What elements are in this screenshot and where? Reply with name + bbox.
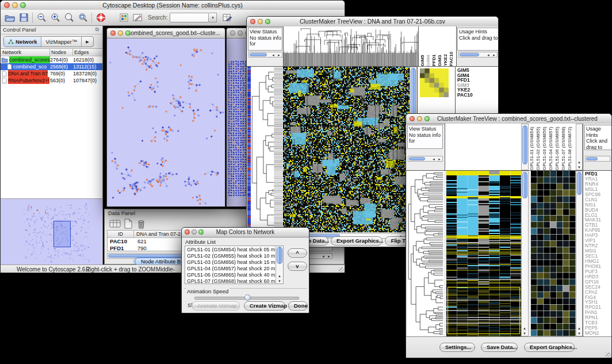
scroll-left-icon[interactable]: ◂ — [485, 53, 491, 58]
export-graphics-button[interactable]: Export Graphics... — [331, 236, 382, 246]
dna-top-right-hscrollbar[interactable]: ◂ ▸ — [458, 52, 498, 58]
tab-network[interactable]: Network — [4, 37, 41, 47]
gene-list[interactable]: PFD1YRA1RNR4MSL1SPC98CLN1NIS1BUD4ELG1MAK… — [583, 171, 612, 336]
open-file-button[interactable] — [3, 11, 17, 25]
column-label[interactable]: GPL51-03 (GSM856) — [542, 124, 548, 170]
column-label[interactable]: GPL51-01 (GSM854) — [529, 124, 536, 170]
column-label[interactable]: GIM4 — [426, 26, 431, 66]
overview-viewport-rect[interactable] — [53, 221, 71, 247]
heatmap-canvas[interactable] — [283, 67, 410, 232]
tv2-heatmap-vscrollbar[interactable]: ▴ ▾ — [521, 171, 529, 336]
column-label[interactable]: GIM3 — [437, 26, 443, 66]
col-header-nodes[interactable]: Nodes — [50, 49, 73, 56]
attribute-list-item[interactable]: GPL51-06 (GSM865) heat shock 40 min — [185, 272, 283, 278]
search-dropdown-arrow[interactable]: ▾ — [209, 13, 217, 22]
minimize-icon[interactable] — [238, 30, 243, 36]
dna-column-labels[interactable]: GIM5GIM4PFD1GIM3YKE2PAC10 — [418, 26, 456, 66]
tab-overflow-arrow[interactable]: ▶ — [82, 37, 93, 47]
slider-thumb[interactable] — [244, 294, 251, 301]
vizmapper-icon[interactable] — [117, 11, 131, 25]
dna-top-left-hscrollbar[interactable]: ◂ ▸ — [248, 52, 282, 58]
column-label[interactable]: YKE2 — [443, 26, 449, 66]
float-panel-icon[interactable]: ⧉ — [95, 26, 99, 33]
tv2-zoom-vscrollbar[interactable]: ▴ ▾ — [576, 171, 583, 336]
zoom-view-canvas[interactable] — [531, 171, 576, 336]
scrollbar-thumb[interactable] — [277, 247, 282, 264]
tab-vizmapper[interactable]: VizMapper™ — [41, 37, 82, 47]
column-label[interactable]: PFD1 — [431, 26, 437, 66]
attribute-list-vscrollbar[interactable]: ▴ ▾ — [276, 246, 283, 283]
scroll-left-icon[interactable]: ◂ — [270, 53, 276, 58]
resize-grip[interactable] — [606, 352, 612, 358]
scroll-up-icon[interactable]: ▴ — [277, 274, 282, 278]
minimize-icon[interactable] — [258, 19, 263, 24]
column-label[interactable]: GIM5 — [420, 26, 426, 66]
zoom-window-icon[interactable] — [198, 229, 204, 235]
zoom-in-button[interactable] — [48, 11, 62, 25]
scrollbar-thumb[interactable] — [250, 53, 267, 56]
scroll-down-icon[interactable]: ▾ — [576, 165, 582, 170]
animate-vizmap-button[interactable]: Animate Vizmap — [192, 301, 240, 311]
delete-attribute-button[interactable] — [137, 219, 146, 231]
search-input[interactable] — [170, 13, 209, 22]
zoom-selected-button[interactable] — [76, 11, 90, 25]
column-label[interactable]: GPL51-04 (GSM857) — [548, 124, 554, 170]
zoom-fit-button[interactable] — [62, 11, 76, 25]
scrollbar-thumb[interactable] — [577, 172, 582, 195]
scroll-up-icon[interactable]: ▴ — [576, 326, 582, 331]
annotation-icon[interactable] — [131, 11, 144, 25]
minimize-icon[interactable] — [417, 116, 422, 121]
column-dendrogram-canvas[interactable] — [284, 26, 418, 66]
tv2-column-labels[interactable]: GPL51-01 (GSM854)GPL51-02 (GSM855)GPL51-… — [529, 124, 576, 170]
network-title-bar[interactable]: combined_scores_good.txt--cluste... — [107, 28, 225, 39]
close-icon[interactable] — [230, 30, 235, 36]
tv2-top-right-hscrollbar[interactable] — [585, 156, 610, 162]
dialog-title-bar[interactable]: Map Colors to Network — [182, 228, 309, 237]
close-icon[interactable] — [185, 229, 190, 235]
save-button[interactable] — [17, 11, 30, 25]
treeview-clustered-title-bar[interactable]: ClusterMaker TreeView : combined_scores_… — [406, 114, 611, 124]
scroll-down-icon[interactable]: ▾ — [576, 331, 582, 336]
close-icon[interactable] — [410, 116, 415, 121]
scroll-down-icon[interactable]: ▾ — [522, 331, 527, 336]
minimize-icon[interactable] — [192, 229, 197, 235]
col-header-edges[interactable]: Edges — [73, 49, 102, 56]
column-label[interactable]: GPL51-02 (GSM855) — [536, 124, 542, 170]
zoom-window-icon[interactable] — [265, 19, 270, 24]
scrollbar-thumb[interactable] — [522, 125, 527, 164]
scroll-right-icon[interactable]: ▸ — [326, 254, 332, 259]
row-dendrogram-canvas[interactable] — [407, 171, 444, 336]
scroll-down-icon[interactable]: ▾ — [277, 279, 282, 283]
animation-speed-slider[interactable] — [194, 297, 299, 300]
save-data-button[interactable]: Save Data... — [481, 343, 518, 352]
zoom-out-button[interactable] — [35, 11, 48, 25]
tv2-columns-vscrollbar[interactable] — [521, 124, 529, 170]
network-canvas[interactable] — [107, 39, 225, 207]
minimize-icon[interactable] — [12, 2, 18, 8]
close-icon[interactable] — [110, 30, 116, 36]
tv2-top-left-hscrollbar[interactable]: ◂ ▸ — [408, 156, 443, 162]
network-list-row[interactable]: combined_scores2764(0)16218(0) — [1, 56, 102, 63]
create-vizmap-button[interactable]: Create Vizmap — [244, 301, 285, 311]
help-icon[interactable] — [94, 11, 108, 25]
zoom-window-icon[interactable] — [125, 30, 131, 36]
overview-canvas[interactable] — [1, 199, 102, 265]
network-list-row[interactable]: combined_sco2569(6)13112(15) — [1, 63, 102, 70]
close-icon[interactable] — [4, 2, 10, 8]
tv2-labels-vscrollbar[interactable]: ▴ ▾ — [576, 124, 583, 170]
col-header-id[interactable]: ID — [108, 231, 134, 237]
zoom-window-icon[interactable] — [424, 116, 430, 121]
column-label[interactable]: GPL51-08 (GSM872) — [567, 124, 573, 170]
attribute-list-item[interactable]: GPL51-01 (GSM854) heat shock 05 min — [185, 247, 283, 253]
main-title-bar[interactable]: Cytoscape Desktop (Session Name: collins… — [1, 1, 345, 10]
move-down-button[interactable]: v — [288, 262, 307, 271]
attribute-list-item[interactable]: GPL51-07 (GSM868) heat shock 60 min — [185, 278, 283, 284]
network-list-row[interactable]: DNA and Tran 07769(0)183728(0) — [1, 70, 102, 77]
heatmap-canvas[interactable] — [446, 171, 521, 336]
scrollbar-thumb[interactable] — [522, 172, 527, 198]
column-label[interactable]: PAC10 — [449, 26, 454, 66]
mini-heatmap-canvas[interactable] — [420, 68, 449, 97]
new-attribute-button[interactable] — [124, 219, 133, 231]
scroll-up-icon[interactable]: ▴ — [576, 160, 582, 164]
scroll-right-icon[interactable]: ▸ — [437, 157, 442, 162]
